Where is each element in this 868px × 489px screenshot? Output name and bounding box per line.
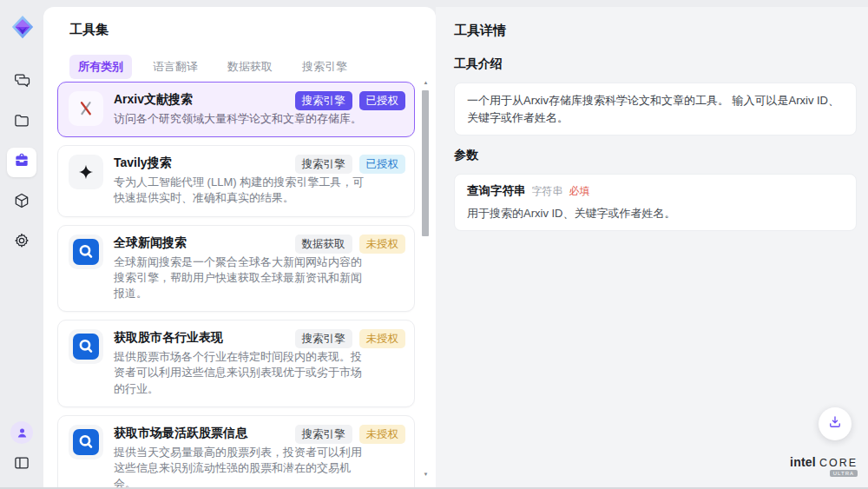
tool-icon-tile bbox=[69, 91, 103, 126]
params-heading: 参数 bbox=[454, 148, 856, 163]
panel-toggle-button[interactable] bbox=[7, 453, 36, 477]
tool-description: 访问各个研究领域大量科学论文和文章的存储库。 bbox=[114, 111, 367, 127]
param-card: 查询字符串 字符串 必填 用于搜索的Arxiv ID、关键字或作者姓名。 bbox=[454, 174, 857, 231]
auth-status-badge: 未授权 bbox=[359, 425, 406, 444]
tool-badges: 搜索引擎已授权 bbox=[295, 91, 406, 110]
toolbox-icon bbox=[13, 152, 30, 173]
auth-status-badge: 已授权 bbox=[359, 91, 406, 110]
tool-card[interactable]: 获取市场最活跃股票信息提供当天交易量最高的股票列表，投资者可以利用这些信息来识别… bbox=[57, 415, 415, 489]
tool-description: 全球新闻搜索是一个聚合全球各大新闻网站内容的搜索引擎，帮助用户快速获取全球最新资… bbox=[114, 254, 367, 302]
tab-all-categories[interactable]: 所有类别 bbox=[69, 55, 132, 79]
tool-card[interactable]: 全球新闻搜索全球新闻搜索是一个聚合全球各大新闻网站内容的搜索引擎，帮助用户快速获… bbox=[57, 225, 415, 313]
sidebar-item-tools[interactable] bbox=[7, 148, 36, 177]
category-badge: 搜索引擎 bbox=[295, 425, 352, 444]
param-description: 用于搜索的Arxiv ID、关键字或作者姓名。 bbox=[467, 206, 844, 221]
tools-panel: 工具集 所有类别语言翻译数据获取搜索引擎 Arxiv文献搜索访问各个研究领域大量… bbox=[43, 7, 436, 489]
sidebar-item-chat[interactable] bbox=[7, 68, 36, 97]
folder-icon bbox=[13, 112, 30, 133]
tool-description: 提供当天交易量最高的股票列表，投资者可以利用这些信息来识别流动性强的股票和潜在的… bbox=[114, 445, 367, 489]
detail-title: 工具详情 bbox=[454, 23, 856, 39]
auth-status-badge: 已授权 bbox=[359, 155, 406, 174]
tool-icon-tile bbox=[69, 235, 103, 269]
scroll-down-arrow[interactable]: ▼ bbox=[421, 470, 431, 479]
tab-1[interactable]: 语言翻译 bbox=[144, 55, 207, 79]
brand-ultra-badge: ULTRA bbox=[830, 470, 858, 477]
person-icon bbox=[16, 426, 29, 439]
page-title: 工具集 bbox=[69, 22, 108, 38]
app-logo[interactable] bbox=[10, 14, 36, 40]
tool-card[interactable]: 获取股市各行业表现提供股票市场各个行业在特定时间段内的表现。投资者可以利用这些信… bbox=[57, 320, 415, 407]
intro-text: 一个用于从Arxiv存储库搜索科学论文和文章的工具。 输入可以是Arxiv ID… bbox=[467, 92, 844, 126]
param-type: 字符串 bbox=[532, 184, 563, 199]
tab-2[interactable]: 数据获取 bbox=[219, 55, 281, 79]
category-badge: 搜索引擎 bbox=[295, 91, 352, 110]
auth-status-badge: 未授权 bbox=[359, 235, 406, 254]
tab-3[interactable]: 搜索引擎 bbox=[293, 55, 356, 79]
category-badge: 搜索引擎 bbox=[295, 155, 352, 174]
user-avatar[interactable] bbox=[10, 421, 33, 444]
gear-icon bbox=[13, 232, 30, 253]
tool-card[interactable]: Arxiv文献搜索访问各个研究领域大量科学论文和文章的存储库。搜索引擎已授权 bbox=[57, 82, 415, 137]
star-icon bbox=[77, 163, 95, 181]
panel-toggle-icon bbox=[13, 454, 30, 475]
sidebar-item-packages[interactable] bbox=[7, 188, 36, 217]
arxiv-icon bbox=[76, 99, 95, 118]
scroll-up-arrow[interactable]: ▲ bbox=[421, 78, 431, 87]
tool-badges: 搜索引擎未授权 bbox=[295, 425, 406, 444]
chat-icon bbox=[13, 72, 30, 93]
category-badge: 搜索引擎 bbox=[295, 329, 352, 348]
param-name: 查询字符串 bbox=[467, 183, 526, 199]
category-badge: 数据获取 bbox=[295, 235, 352, 254]
param-required-flag: 必填 bbox=[569, 184, 590, 199]
scrollbar[interactable]: ▲ ▼ bbox=[421, 78, 431, 479]
download-icon bbox=[827, 414, 843, 433]
brand-core-text: CORE bbox=[819, 457, 858, 469]
download-button[interactable] bbox=[819, 407, 852, 440]
left-sidebar bbox=[0, 0, 43, 489]
tool-icon-tile bbox=[69, 155, 103, 189]
tool-description: 专为人工智能代理 (LLM) 构建的搜索引擎工具，可快速提供实时、准确和真实的结… bbox=[114, 175, 367, 206]
search-icon bbox=[73, 334, 99, 360]
tool-icon-tile bbox=[69, 329, 103, 364]
intel-core-logo: intel CORE ULTRA bbox=[790, 455, 858, 477]
tool-badges: 搜索引擎已授权 bbox=[295, 155, 406, 174]
intro-heading: 工具介绍 bbox=[454, 56, 856, 72]
tool-detail-panel: 工具详情 工具介绍 一个用于从Arxiv存储库搜索科学论文和文章的工具。 输入可… bbox=[436, 7, 868, 489]
sidebar-item-settings[interactable] bbox=[7, 228, 36, 257]
brand-intel-text: intel bbox=[790, 455, 816, 469]
search-icon bbox=[73, 239, 99, 265]
tool-list: Arxiv文献搜索访问各个研究领域大量科学论文和文章的存储库。搜索引擎已授权Ta… bbox=[57, 82, 415, 489]
sidebar-item-files[interactable] bbox=[7, 108, 36, 137]
category-tabs: 所有类别语言翻译数据获取搜索引擎 bbox=[69, 55, 356, 79]
tool-badges: 数据获取未授权 bbox=[295, 235, 406, 254]
tool-description: 提供股票市场各个行业在特定时间段内的表现。投资者可以利用这些信息来识别表现优于或… bbox=[114, 349, 367, 397]
tool-card[interactable]: Tavily搜索专为人工智能代理 (LLM) 构建的搜索引擎工具，可快速提供实时… bbox=[57, 145, 415, 216]
scrollbar-thumb[interactable] bbox=[422, 90, 429, 236]
search-icon bbox=[73, 429, 99, 455]
cube-icon bbox=[13, 192, 30, 213]
tool-badges: 搜索引擎未授权 bbox=[295, 329, 406, 348]
auth-status-badge: 未授权 bbox=[359, 329, 406, 348]
tool-icon-tile bbox=[69, 425, 103, 459]
intro-card: 一个用于从Arxiv存储库搜索科学论文和文章的工具。 输入可以是Arxiv ID… bbox=[454, 83, 857, 135]
